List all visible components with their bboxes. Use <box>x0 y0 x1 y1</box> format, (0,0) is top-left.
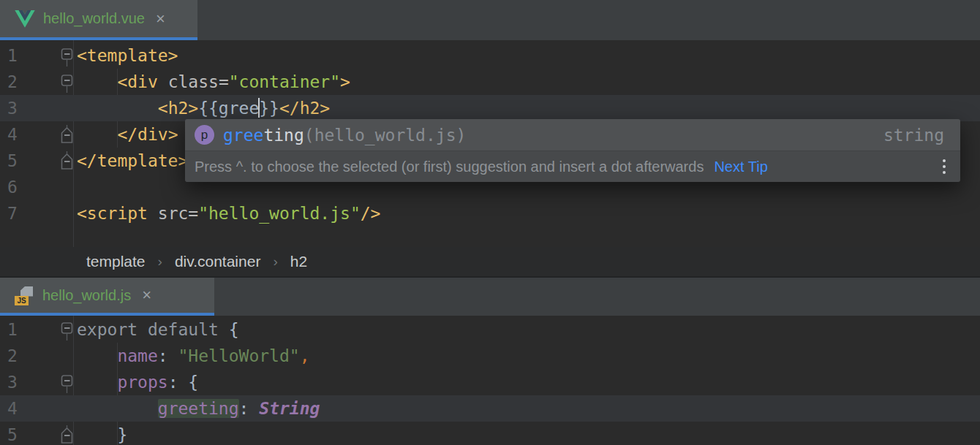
code-text: </template> <box>77 148 188 174</box>
property-kind-icon: p <box>195 125 214 145</box>
line-number: 1 <box>7 316 18 343</box>
breadcrumb-item[interactable]: template <box>86 253 146 270</box>
breadcrumb: template›div.container›h2 <box>0 247 980 278</box>
line-number: 3 <box>7 95 18 121</box>
hint-text: Press ^. to choose the selected (or firs… <box>195 159 704 175</box>
tab-title: hello_world.js <box>42 287 131 304</box>
tab-hello-world-js[interactable]: JS hello_world.js × <box>0 278 214 316</box>
tab-title: hello_world.vue <box>43 10 145 27</box>
line-number: 2 <box>7 343 18 369</box>
code-text: <div class="container"> <box>77 69 350 95</box>
completion-origin-text: (hello_world.js) <box>304 126 467 145</box>
breadcrumb-item[interactable]: h2 <box>290 253 307 270</box>
code-text: <script src="hello_world.js"/> <box>77 200 380 227</box>
code-text: greeting: String <box>77 395 320 422</box>
code-line[interactable]: 1<template> <box>0 42 980 69</box>
vue-logo-icon <box>15 10 35 28</box>
line-number: 5 <box>7 422 18 445</box>
completion-match-text: gree <box>223 126 263 145</box>
breadcrumb-separator-icon: › <box>273 254 277 270</box>
close-icon[interactable]: × <box>142 287 151 303</box>
line-number: 3 <box>7 369 18 395</box>
breadcrumb-item[interactable]: div.container <box>175 253 261 270</box>
kebab-menu-icon[interactable] <box>943 159 946 174</box>
code-line[interactable]: 2 name: "HelloWorld", <box>0 343 980 369</box>
line-number: 2 <box>7 69 18 95</box>
close-icon[interactable]: × <box>156 11 165 27</box>
line-number: 6 <box>7 174 18 200</box>
code-line[interactable]: 5 } <box>0 422 980 445</box>
completion-popup: p greeting (hello_world.js) string Press… <box>185 119 960 182</box>
js-badge: JS <box>15 296 29 305</box>
code-line[interactable]: 3 props: { <box>0 369 980 395</box>
code-text: <template> <box>77 42 178 69</box>
line-number: 1 <box>7 42 18 69</box>
ide-window: hello_world.vue × 1<template>2 <div clas… <box>0 0 980 445</box>
text-caret <box>258 98 260 118</box>
breadcrumb-separator-icon: › <box>158 254 162 270</box>
code-text: export default { <box>77 316 239 343</box>
code-line[interactable]: 7<script src="hello_world.js"/> <box>0 200 980 227</box>
code-text: } <box>77 422 127 445</box>
completion-suffix-text: ting <box>263 126 304 145</box>
code-text: </div> <box>77 121 178 148</box>
fold-marker-icon[interactable] <box>61 425 73 445</box>
line-number: 4 <box>7 121 18 148</box>
javascript-file-icon: JS <box>15 286 34 305</box>
code-line[interactable]: 4 greeting: String <box>0 395 980 422</box>
tab-hello-world-vue[interactable]: hello_world.vue × <box>0 0 197 40</box>
code-line[interactable]: 1export default { <box>0 316 980 343</box>
code-text: name: "HelloWorld", <box>77 343 310 369</box>
code-line[interactable]: 3 <h2>{{gree}}</h2> <box>0 95 980 121</box>
line-number: 5 <box>7 148 18 174</box>
completion-type-hint: string <box>883 126 960 145</box>
code-line[interactable]: 2 <div class="container"> <box>0 69 980 95</box>
code-text: <h2>{{gree}}</h2> <box>77 95 330 121</box>
line-number: 4 <box>7 395 18 422</box>
next-tip-link[interactable]: Next Tip <box>714 159 767 175</box>
completion-item-greeting[interactable]: p greeting (hello_world.js) string <box>185 119 960 151</box>
code-text: props: { <box>77 369 198 395</box>
line-number: 7 <box>7 200 18 227</box>
js-editor[interactable]: 1export default {2 name: "HelloWorld",3 … <box>0 316 980 445</box>
completion-hint-row: Press ^. to choose the selected (or firs… <box>185 151 960 182</box>
editor-tab-bar-bottom: JS hello_world.js × <box>0 278 980 316</box>
editor-tab-bar-top: hello_world.vue × <box>0 0 980 40</box>
